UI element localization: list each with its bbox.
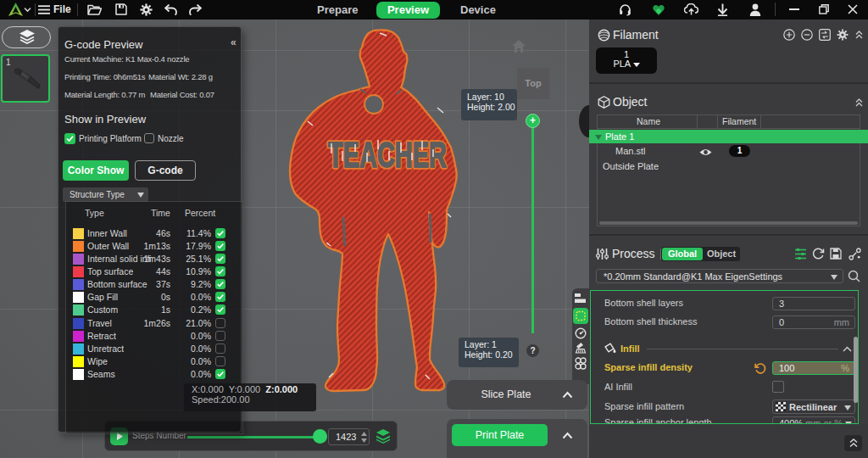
svg-text:TEACHER: TEACHER	[328, 134, 447, 175]
